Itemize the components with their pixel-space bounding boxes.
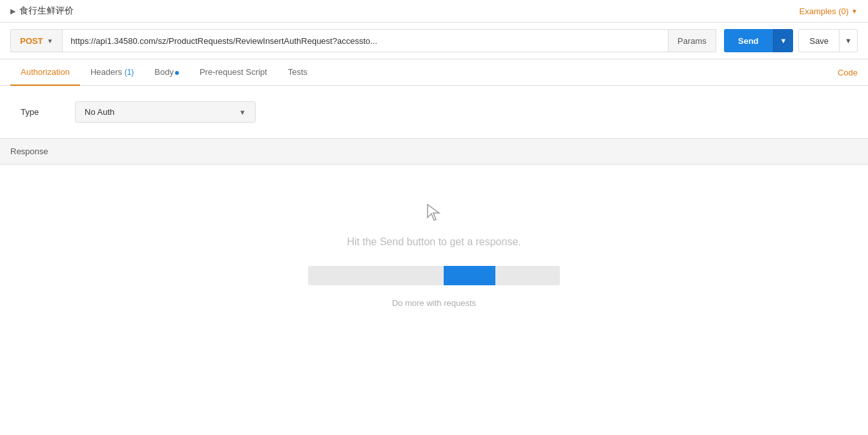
action-bar-right xyxy=(495,266,560,285)
tab-authorization[interactable]: Authorization xyxy=(10,59,80,86)
headers-badge: (1) xyxy=(125,68,134,77)
tab-tests-label: Tests xyxy=(288,67,307,77)
save-dropdown-button[interactable]: ▼ xyxy=(840,29,858,52)
save-group: Save ▼ xyxy=(798,29,858,52)
body-dot-icon xyxy=(175,71,179,75)
response-label: Response xyxy=(10,147,48,156)
type-label: Type xyxy=(21,107,59,117)
request-bar: POST ▼ Params Send ▼ Save ▼ xyxy=(0,23,868,59)
tab-body[interactable]: Body xyxy=(144,59,189,86)
send-label: Send xyxy=(738,36,759,46)
type-select[interactable]: No Auth ▼ xyxy=(75,101,256,123)
type-select-arrow-icon: ▼ xyxy=(239,108,246,116)
tab-pre-request-label: Pre-request Script xyxy=(200,67,267,77)
send-group: Send ▼ xyxy=(724,29,794,52)
examples-button[interactable]: Examples (0) ▼ xyxy=(800,6,858,16)
tab-headers-label: Headers xyxy=(90,67,125,77)
tab-pre-request[interactable]: Pre-request Script xyxy=(189,59,278,86)
action-bar-left xyxy=(308,266,444,285)
examples-label: Examples (0) xyxy=(800,6,849,16)
tab-body-label: Body xyxy=(154,67,174,77)
examples-dropdown-icon: ▼ xyxy=(851,8,858,15)
action-bar-mid xyxy=(444,266,495,285)
save-dropdown-icon: ▼ xyxy=(845,37,852,45)
type-select-value: No Auth xyxy=(85,107,114,117)
method-dropdown-icon: ▼ xyxy=(46,37,53,45)
send-dropdown-button[interactable]: ▼ xyxy=(773,29,794,52)
params-label: Params xyxy=(677,36,707,46)
tabs-bar: Authorization Headers (1) Body Pre-reque… xyxy=(0,59,868,86)
code-link-label: Code xyxy=(838,68,858,77)
response-empty-state: Hit the Send button to get a response. D… xyxy=(0,165,868,334)
action-bars xyxy=(308,266,560,285)
response-hint-text: Hit the Send button to get a response. xyxy=(347,236,521,248)
response-section: Response Hit the Send button to get a re… xyxy=(0,138,868,334)
type-row: Type No Auth ▼ xyxy=(21,101,847,123)
collection-name: 食行生鲜评价 xyxy=(19,5,74,17)
send-button[interactable]: Send xyxy=(724,29,773,52)
collection-expand-icon: ▶ xyxy=(10,7,16,15)
do-more-text: Do more with requests xyxy=(392,298,476,308)
top-bar: ▶ 食行生鲜评价 Examples (0) ▼ xyxy=(0,0,868,23)
url-input[interactable] xyxy=(62,29,668,52)
auth-section: Type No Auth ▼ xyxy=(0,86,868,138)
response-header: Response xyxy=(0,139,868,165)
collection-title[interactable]: ▶ 食行生鲜评价 xyxy=(10,5,74,17)
save-button[interactable]: Save xyxy=(798,29,840,52)
tab-tests[interactable]: Tests xyxy=(278,59,318,86)
method-label: POST xyxy=(20,36,43,46)
code-link[interactable]: Code xyxy=(838,60,858,85)
save-label: Save xyxy=(809,36,829,46)
cursor-icon xyxy=(426,203,442,223)
params-button[interactable]: Params xyxy=(668,29,716,52)
send-dropdown-icon: ▼ xyxy=(780,37,787,45)
tab-headers[interactable]: Headers (1) xyxy=(80,59,144,86)
tab-authorization-label: Authorization xyxy=(21,67,70,77)
method-button[interactable]: POST ▼ xyxy=(10,29,62,52)
